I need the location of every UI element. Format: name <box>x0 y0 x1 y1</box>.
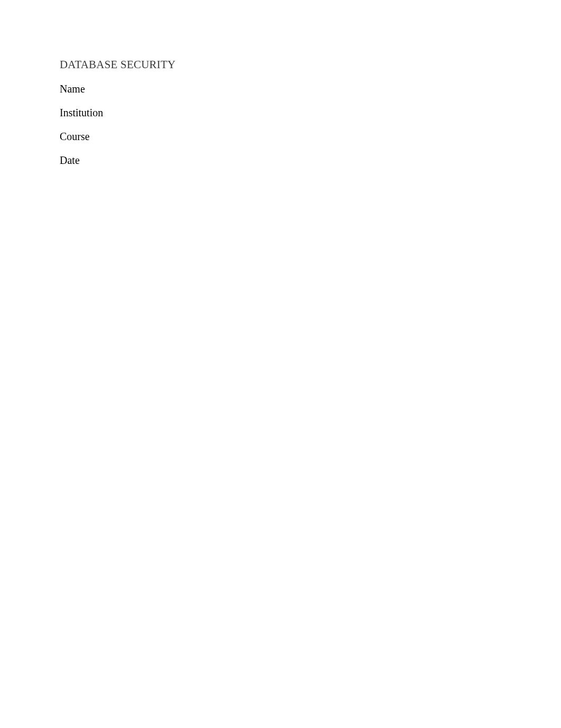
institution-field: Institution <box>60 107 501 119</box>
name-field: Name <box>60 83 501 95</box>
course-field: Course <box>60 131 501 143</box>
document-page: DATABASE SECURITY Name Institution Cours… <box>0 0 561 728</box>
date-field: Date <box>60 154 501 167</box>
document-title: DATABASE SECURITY <box>60 58 501 71</box>
